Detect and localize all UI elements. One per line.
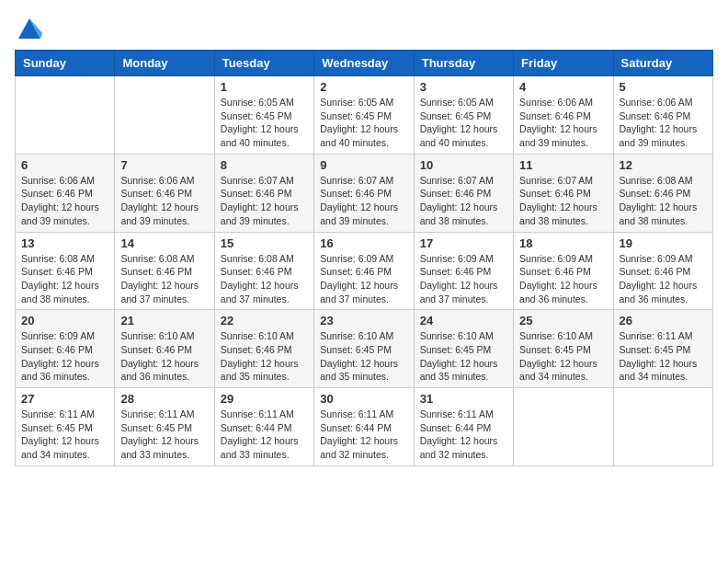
weekday-header: Tuesday: [214, 51, 313, 76]
calendar-day-cell: 12Sunrise: 6:08 AM Sunset: 6:46 PM Dayli…: [613, 154, 712, 232]
day-number: 27: [21, 392, 108, 406]
day-number: 25: [519, 314, 607, 327]
day-info: Sunrise: 6:10 AM Sunset: 6:46 PM Dayligh…: [120, 329, 208, 384]
day-info: Sunrise: 6:06 AM Sunset: 6:46 PM Dayligh…: [120, 174, 208, 228]
calendar-day-cell: 27Sunrise: 6:11 AM Sunset: 6:45 PM Dayli…: [16, 388, 115, 466]
day-info: Sunrise: 6:07 AM Sunset: 6:46 PM Dayligh…: [420, 174, 507, 228]
day-info: Sunrise: 6:08 AM Sunset: 6:46 PM Dayligh…: [221, 252, 308, 306]
calendar-day-cell: 7Sunrise: 6:06 AM Sunset: 6:46 PM Daylig…: [115, 154, 214, 232]
day-info: Sunrise: 6:05 AM Sunset: 6:45 PM Dayligh…: [320, 96, 407, 150]
calendar-day-cell: 6Sunrise: 6:06 AM Sunset: 6:46 PM Daylig…: [16, 154, 115, 232]
day-info: Sunrise: 6:06 AM Sunset: 6:46 PM Dayligh…: [620, 96, 707, 150]
day-number: 20: [21, 314, 108, 327]
calendar-day-cell: 16Sunrise: 6:09 AM Sunset: 6:46 PM Dayli…: [314, 232, 414, 310]
calendar-day-cell: [16, 76, 115, 155]
calendar-day-cell: 5Sunrise: 6:06 AM Sunset: 6:46 PM Daylig…: [613, 76, 712, 155]
day-info: Sunrise: 6:09 AM Sunset: 6:46 PM Dayligh…: [620, 252, 707, 306]
calendar-day-cell: [514, 388, 613, 466]
day-number: 23: [320, 314, 407, 327]
day-info: Sunrise: 6:09 AM Sunset: 6:46 PM Dayligh…: [420, 252, 507, 306]
calendar-day-cell: 19Sunrise: 6:09 AM Sunset: 6:46 PM Dayli…: [613, 232, 712, 310]
calendar-week-row: 1Sunrise: 6:05 AM Sunset: 6:45 PM Daylig…: [16, 76, 713, 155]
calendar-day-cell: [115, 76, 214, 155]
calendar-day-cell: 9Sunrise: 6:07 AM Sunset: 6:46 PM Daylig…: [314, 154, 414, 232]
day-number: 21: [120, 314, 208, 327]
weekday-header: Saturday: [613, 51, 712, 76]
weekday-header: Sunday: [16, 51, 115, 76]
calendar-day-cell: 25Sunrise: 6:10 AM Sunset: 6:45 PM Dayli…: [514, 310, 613, 388]
day-number: 13: [21, 236, 108, 250]
day-number: 29: [221, 392, 308, 406]
day-number: 30: [320, 392, 407, 406]
day-number: 11: [519, 158, 607, 172]
day-number: 24: [420, 314, 507, 327]
day-number: 19: [620, 236, 707, 250]
calendar-table: SundayMondayTuesdayWednesdayThursdayFrid…: [15, 50, 713, 466]
calendar-day-cell: 13Sunrise: 6:08 AM Sunset: 6:46 PM Dayli…: [16, 232, 115, 310]
day-number: 26: [620, 314, 707, 327]
calendar-week-row: 6Sunrise: 6:06 AM Sunset: 6:46 PM Daylig…: [16, 154, 713, 232]
calendar-day-cell: 4Sunrise: 6:06 AM Sunset: 6:46 PM Daylig…: [514, 76, 613, 155]
day-info: Sunrise: 6:11 AM Sunset: 6:45 PM Dayligh…: [21, 408, 108, 462]
day-info: Sunrise: 6:05 AM Sunset: 6:45 PM Dayligh…: [420, 96, 507, 150]
day-info: Sunrise: 6:10 AM Sunset: 6:45 PM Dayligh…: [519, 329, 607, 384]
day-number: 18: [519, 236, 607, 250]
day-info: Sunrise: 6:09 AM Sunset: 6:46 PM Dayligh…: [21, 329, 108, 384]
calendar-day-cell: 8Sunrise: 6:07 AM Sunset: 6:46 PM Daylig…: [214, 154, 313, 232]
day-info: Sunrise: 6:07 AM Sunset: 6:46 PM Dayligh…: [519, 174, 607, 228]
day-info: Sunrise: 6:06 AM Sunset: 6:46 PM Dayligh…: [21, 174, 108, 228]
day-info: Sunrise: 6:10 AM Sunset: 6:46 PM Dayligh…: [221, 329, 308, 384]
logo: [15, 15, 42, 40]
calendar-day-cell: 14Sunrise: 6:08 AM Sunset: 6:46 PM Dayli…: [115, 232, 214, 310]
logo-icon: [17, 15, 42, 40]
day-info: Sunrise: 6:11 AM Sunset: 6:45 PM Dayligh…: [620, 329, 707, 384]
day-number: 12: [620, 158, 707, 172]
weekday-header: Wednesday: [314, 51, 414, 76]
day-number: 6: [21, 158, 108, 172]
calendar-day-cell: 28Sunrise: 6:11 AM Sunset: 6:45 PM Dayli…: [115, 388, 214, 466]
calendar-day-cell: 3Sunrise: 6:05 AM Sunset: 6:45 PM Daylig…: [414, 76, 513, 155]
day-info: Sunrise: 6:11 AM Sunset: 6:44 PM Dayligh…: [320, 408, 407, 462]
day-number: 1: [221, 80, 308, 94]
calendar-day-cell: 30Sunrise: 6:11 AM Sunset: 6:44 PM Dayli…: [314, 388, 414, 466]
day-number: 15: [221, 236, 308, 250]
day-info: Sunrise: 6:08 AM Sunset: 6:46 PM Dayligh…: [620, 174, 707, 228]
day-info: Sunrise: 6:05 AM Sunset: 6:45 PM Dayligh…: [221, 96, 308, 150]
day-number: 22: [221, 314, 308, 327]
weekday-header: Thursday: [414, 51, 513, 76]
day-number: 14: [120, 236, 208, 250]
calendar-day-cell: 15Sunrise: 6:08 AM Sunset: 6:46 PM Dayli…: [214, 232, 313, 310]
day-info: Sunrise: 6:06 AM Sunset: 6:46 PM Dayligh…: [519, 96, 607, 150]
calendar-day-cell: 22Sunrise: 6:10 AM Sunset: 6:46 PM Dayli…: [214, 310, 313, 388]
day-info: Sunrise: 6:10 AM Sunset: 6:45 PM Dayligh…: [420, 329, 507, 384]
day-info: Sunrise: 6:09 AM Sunset: 6:46 PM Dayligh…: [519, 252, 607, 306]
day-info: Sunrise: 6:10 AM Sunset: 6:45 PM Dayligh…: [320, 329, 407, 384]
calendar-day-cell: 10Sunrise: 6:07 AM Sunset: 6:46 PM Dayli…: [414, 154, 513, 232]
calendar-header-row: SundayMondayTuesdayWednesdayThursdayFrid…: [16, 51, 713, 76]
day-number: 5: [620, 80, 707, 94]
day-number: 16: [320, 236, 407, 250]
day-number: 10: [420, 158, 507, 172]
weekday-header: Monday: [115, 51, 214, 76]
calendar-day-cell: 17Sunrise: 6:09 AM Sunset: 6:46 PM Dayli…: [414, 232, 513, 310]
calendar-day-cell: 23Sunrise: 6:10 AM Sunset: 6:45 PM Dayli…: [314, 310, 414, 388]
calendar-day-cell: 31Sunrise: 6:11 AM Sunset: 6:44 PM Dayli…: [414, 388, 513, 466]
calendar-day-cell: 2Sunrise: 6:05 AM Sunset: 6:45 PM Daylig…: [314, 76, 414, 155]
day-info: Sunrise: 6:07 AM Sunset: 6:46 PM Dayligh…: [320, 174, 407, 228]
calendar-week-row: 13Sunrise: 6:08 AM Sunset: 6:46 PM Dayli…: [16, 232, 713, 310]
day-number: 17: [420, 236, 507, 250]
calendar-day-cell: 26Sunrise: 6:11 AM Sunset: 6:45 PM Dayli…: [613, 310, 712, 388]
day-number: 9: [320, 158, 407, 172]
day-number: 8: [221, 158, 308, 172]
day-info: Sunrise: 6:09 AM Sunset: 6:46 PM Dayligh…: [320, 252, 407, 306]
calendar-day-cell: 21Sunrise: 6:10 AM Sunset: 6:46 PM Dayli…: [115, 310, 214, 388]
calendar-day-cell: 11Sunrise: 6:07 AM Sunset: 6:46 PM Dayli…: [514, 154, 613, 232]
day-info: Sunrise: 6:08 AM Sunset: 6:46 PM Dayligh…: [21, 252, 108, 306]
calendar-day-cell: [613, 388, 712, 466]
calendar-day-cell: 24Sunrise: 6:10 AM Sunset: 6:45 PM Dayli…: [414, 310, 513, 388]
day-info: Sunrise: 6:11 AM Sunset: 6:45 PM Dayligh…: [120, 408, 208, 462]
day-info: Sunrise: 6:11 AM Sunset: 6:44 PM Dayligh…: [221, 408, 308, 462]
day-number: 31: [420, 392, 507, 406]
day-number: 4: [519, 80, 607, 94]
calendar-day-cell: 20Sunrise: 6:09 AM Sunset: 6:46 PM Dayli…: [16, 310, 115, 388]
